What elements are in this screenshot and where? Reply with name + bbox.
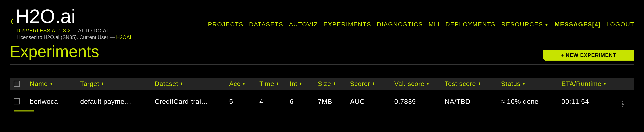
experiments-table: Name▲▼ Target▲▼ Dataset▲▼ Acc▲▼ Time▲▼ I… <box>10 78 634 112</box>
sort-icon: ▲▼ <box>522 82 526 85</box>
cell-name: beriwoca <box>30 98 80 106</box>
nav-projects[interactable]: PROJECTS <box>208 21 244 28</box>
col-eta-label: ETA/Runtime <box>562 80 602 88</box>
col-scorer[interactable]: Scorer▲▼ <box>350 80 394 88</box>
col-scorer-label: Scorer <box>350 80 370 88</box>
table-header: Name▲▼ Target▲▼ Dataset▲▼ Acc▲▼ Time▲▼ I… <box>10 78 634 90</box>
sort-icon: ▲▼ <box>276 82 279 85</box>
col-size[interactable]: Size▲▼ <box>318 80 350 88</box>
brand-title: H2O.ai <box>15 8 131 24</box>
sort-icon: ▲▼ <box>101 82 104 85</box>
col-name-label: Name <box>30 80 48 88</box>
table-row[interactable]: beriwoca default payme… CreditCard-trai…… <box>10 90 634 112</box>
col-test-label: Test score <box>445 80 476 88</box>
col-status-label: Status <box>501 80 520 88</box>
sort-icon: ▲▼ <box>180 82 183 85</box>
license-prefix: Licensed to H2O.ai (SN35). Current User … <box>16 34 116 40</box>
sort-icon: ▲▼ <box>242 82 246 85</box>
select-all-checkbox[interactable] <box>14 81 20 87</box>
nav-mli[interactable]: MLI <box>428 21 440 28</box>
sort-icon: ▲▼ <box>50 82 53 85</box>
nav-datasets[interactable]: DATASETS <box>249 21 283 28</box>
nav-resources[interactable]: RESOURCES▼ <box>501 21 549 28</box>
license-line: Licensed to H2O.ai (SN35). Current User … <box>16 34 131 40</box>
nav-experiments[interactable]: EXPERIMENTS <box>324 21 371 28</box>
nav-logout[interactable]: LOGOUT <box>606 21 634 28</box>
cell-size: 7MB <box>318 98 350 106</box>
col-val-label: Val. score <box>394 80 424 88</box>
col-eta[interactable]: ETA/Runtime▲▼ <box>562 80 614 88</box>
col-target[interactable]: Target▲▼ <box>80 80 155 88</box>
sort-icon: ▲▼ <box>426 82 430 85</box>
col-int[interactable]: Int▲▼ <box>290 80 318 88</box>
cell-int: 6 <box>290 98 318 106</box>
col-test[interactable]: Test score▲▼ <box>445 80 501 88</box>
top-nav: PROJECTS DATASETS AUTOVIZ EXPERIMENTS DI… <box>208 8 634 28</box>
row-accent <box>14 110 34 112</box>
row-checkbox[interactable] <box>14 98 20 104</box>
nav-autoviz[interactable]: AUTOVIZ <box>289 21 318 28</box>
col-size-label: Size <box>318 80 331 88</box>
cell-status: ≈ 10% done <box>501 98 562 106</box>
product-version: DRIVERLESS AI 1.8.2 <box>16 28 71 34</box>
col-status[interactable]: Status▲▼ <box>501 80 562 88</box>
cell-test: NA/TBD <box>445 98 501 106</box>
cell-acc: 5 <box>229 98 259 106</box>
col-dataset-label: Dataset <box>155 80 178 88</box>
col-acc-label: Acc <box>229 80 240 88</box>
col-dataset[interactable]: Dataset▲▼ <box>155 80 229 88</box>
back-chevron-icon[interactable]: ‹ <box>11 12 14 28</box>
cell-dataset: CreditCard-trai… <box>155 98 229 106</box>
current-user: H2OAI <box>116 34 131 40</box>
dash: — <box>72 28 78 34</box>
sort-icon: ▲▼ <box>478 82 481 85</box>
col-target-label: Target <box>80 80 99 88</box>
cell-time: 4 <box>259 98 290 106</box>
tagline: AI TO DO AI <box>78 28 108 34</box>
nav-resources-label: RESOURCES <box>501 21 543 28</box>
row-menu-icon[interactable] <box>622 101 624 107</box>
cell-scorer: AUC <box>350 98 394 106</box>
sort-icon: ▲▼ <box>604 82 606 85</box>
divider <box>10 64 634 65</box>
col-int-label: Int <box>290 80 298 88</box>
page-title: Experiments <box>10 42 99 61</box>
col-name[interactable]: Name▲▼ <box>30 80 80 88</box>
col-time-label: Time <box>259 80 274 88</box>
sort-icon: ▲▼ <box>300 82 302 85</box>
col-time[interactable]: Time▲▼ <box>259 80 290 88</box>
nav-messages[interactable]: MESSAGES[4] <box>555 21 601 28</box>
col-acc[interactable]: Acc▲▼ <box>229 80 259 88</box>
cell-eta: 00:11:54 <box>562 98 614 106</box>
cell-val: 0.7839 <box>394 98 445 106</box>
caret-down-icon: ▼ <box>544 22 549 27</box>
cell-target: default payme… <box>80 98 155 106</box>
nav-diagnostics[interactable]: DIAGNOSTICS <box>377 21 423 28</box>
sort-icon: ▲▼ <box>372 82 375 85</box>
sort-icon: ▲▼ <box>333 82 336 85</box>
new-experiment-button[interactable]: + NEW EXPERIMENT <box>543 50 634 61</box>
col-val[interactable]: Val. score▲▼ <box>394 80 445 88</box>
nav-deployments[interactable]: DEPLOYMENTS <box>446 21 496 28</box>
